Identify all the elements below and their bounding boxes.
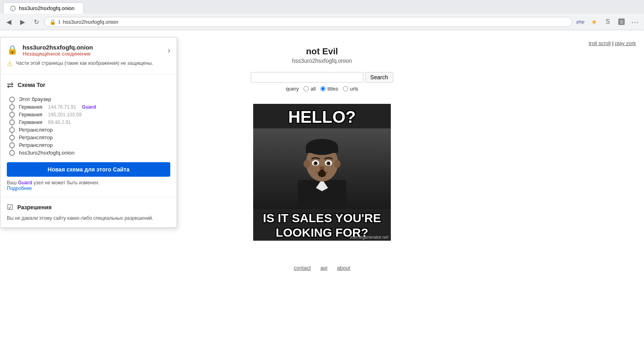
guard-note-text: Ваш (7, 180, 18, 186)
search-button[interactable]: Search (365, 72, 393, 83)
browser-chrome: i hss3uro2hsxfogfq.onion ◀ ▶ ↻ 🔒 ℹ hss3u… (0, 0, 644, 30)
node-label-6: Ретранслятор (19, 142, 53, 148)
svg-point-16 (315, 162, 317, 164)
node-label-3: Германия (19, 119, 42, 125)
address-text: hss3uro2hsxfogfq.onion (63, 19, 567, 25)
perm-text: Вы не давали этому сайту каких-либо спец… (7, 215, 170, 222)
perm-title: Разрешения (17, 204, 52, 211)
svg-rect-9 (306, 147, 338, 153)
guard-note: Ваш Guard узел не может быть изменен. По… (7, 180, 170, 191)
tor-node-7: hss3uro2hsxfogfq.onion (9, 149, 170, 157)
top-right-links: troll scroll | play zork (588, 40, 636, 46)
permissions-icon: ☑ (7, 203, 13, 212)
node-ip-3: 89.40.2.91 (48, 120, 71, 125)
play-zork-link[interactable]: play zork (615, 40, 636, 46)
panel-site-name: hss3uro2hsxfogfq.onion (23, 44, 93, 51)
node-dot-0 (9, 97, 15, 102)
node-label-0: Этот браузер (19, 96, 51, 102)
tor-title: Схема Tor (18, 82, 45, 88)
tor-icon: ⇄ (7, 80, 14, 90)
new-circuit-button[interactable]: Новая схема для этого Сайта (7, 162, 170, 177)
all-label: all (310, 86, 316, 92)
meme-image: HELLO? (253, 104, 391, 241)
warning-text: Части этой страницы (такие как изображен… (16, 60, 153, 67)
search-form: Search query all titles urls (251, 72, 393, 92)
site-info-text: hss3uro2hsxfogfq.onion Незащищённое соед… (23, 44, 93, 57)
troll-scroll-link[interactable]: troll scroll (588, 40, 611, 46)
site-info-row: 🔒 hss3uro2hsxfogfq.onion Незащищённое со… (7, 44, 170, 57)
svg-point-10 (303, 160, 310, 168)
tor-node-2: Германия 195.201.103.59 (9, 111, 170, 118)
tor-node-5: Ретранслятор (9, 134, 170, 141)
forward-button[interactable]: ▶ (17, 16, 28, 27)
api-link[interactable]: api (320, 265, 327, 271)
tor-node-1: Германия 144.76.71.91 Guard (9, 103, 170, 111)
tab-favicon: i (10, 6, 16, 11)
site-title: not Evil (306, 46, 338, 57)
tor-node-6: Ретранслятор (9, 141, 170, 149)
menu-button[interactable]: ··· (630, 16, 641, 27)
guard-word: Guard (18, 180, 32, 186)
active-tab[interactable]: i hss3uro2hsxfogfq.onion (3, 2, 84, 14)
expand-arrow[interactable]: › (168, 46, 170, 55)
meme-face (253, 128, 391, 209)
permissions-section: ☑ Разрешения Вы не давали этому сайту ка… (0, 197, 177, 227)
address-bar[interactable]: 🔒 ℹ hss3uro2hsxfogfq.onion (44, 17, 572, 27)
svg-point-20 (320, 169, 324, 173)
lock-icon: 🔒 (50, 19, 56, 25)
nav-right-controls: php ★ S ☰ ··· (575, 16, 641, 27)
node-label-7: hss3uro2hsxfogfq.onion (19, 150, 74, 156)
account-button[interactable]: ☰ (616, 16, 627, 27)
titles-radio-label[interactable]: titles (320, 86, 338, 92)
svg-point-18 (320, 166, 324, 169)
about-link[interactable]: about (337, 265, 350, 271)
node-dot-4 (9, 127, 15, 133)
tor-chain: Этот браузер Германия 144.76.71.91 Guard… (9, 95, 170, 157)
all-radio-label[interactable]: all (303, 86, 316, 92)
all-radio[interactable] (303, 86, 309, 91)
php-button[interactable]: php (575, 16, 586, 27)
tab-title: hss3uro2hsxfogfq.onion (19, 5, 74, 11)
titles-radio[interactable] (320, 86, 326, 91)
back-button[interactable]: ◀ (3, 16, 14, 27)
footer-links: contact api about (294, 265, 350, 271)
search-input[interactable] (251, 72, 363, 83)
node-dot-6 (9, 142, 15, 148)
info-icon: ℹ (58, 19, 60, 25)
node-dot-1 (9, 104, 15, 110)
guard-badge-1: Guard (82, 104, 96, 110)
svg-text:i: i (12, 7, 13, 10)
refresh-button[interactable]: ↻ (31, 16, 42, 27)
tor-section: ⇄ Схема Tor Этот браузер Германия 144.76… (0, 74, 177, 197)
node-label-4: Ретранслятор (19, 127, 53, 133)
synced-tabs-button[interactable]: S (602, 16, 613, 27)
tor-header: ⇄ Схема Tor (7, 80, 170, 90)
svg-point-17 (328, 162, 330, 164)
contact-link[interactable]: contact (294, 265, 311, 271)
node-label-5: Ретранслятор (19, 134, 53, 140)
urls-label: urls (350, 86, 358, 92)
urls-radio[interactable] (343, 86, 348, 91)
titles-label: titles (327, 86, 338, 92)
warning-icon: ⚠ (7, 60, 12, 68)
nav-bar: ◀ ▶ ↻ 🔒 ℹ hss3uro2hsxfogfq.onion php ★ S… (0, 14, 644, 30)
node-ip-1: 144.76.71.91 (48, 104, 76, 110)
site-info-panel: 🔒 hss3uro2hsxfogfq.onion Незащищённое со… (0, 37, 177, 228)
learn-more-link[interactable]: Подробнее (7, 186, 32, 191)
node-dot-7 (9, 150, 15, 156)
search-options: query all titles urls (286, 86, 358, 92)
search-row: Search (251, 72, 393, 83)
face-svg (294, 132, 350, 206)
guard-note-rest: узел не может быть изменен. (33, 180, 99, 186)
insecure-label: Незащищённое соединение (23, 51, 93, 57)
tor-node-0: Этот браузер (9, 95, 170, 103)
panel-lock-icon: 🔒 (7, 45, 18, 55)
bookmark-button[interactable]: ★ (588, 16, 600, 27)
node-dot-5 (9, 135, 15, 140)
svg-text:☰: ☰ (620, 20, 623, 24)
node-label-2: Германия (19, 111, 42, 118)
meme-top-text: HELLO? (253, 104, 391, 126)
urls-radio-label[interactable]: urls (343, 86, 358, 92)
tor-node-4: Ретранслятор (9, 126, 170, 134)
tor-node-3: Германия 89.40.2.91 (9, 118, 170, 126)
